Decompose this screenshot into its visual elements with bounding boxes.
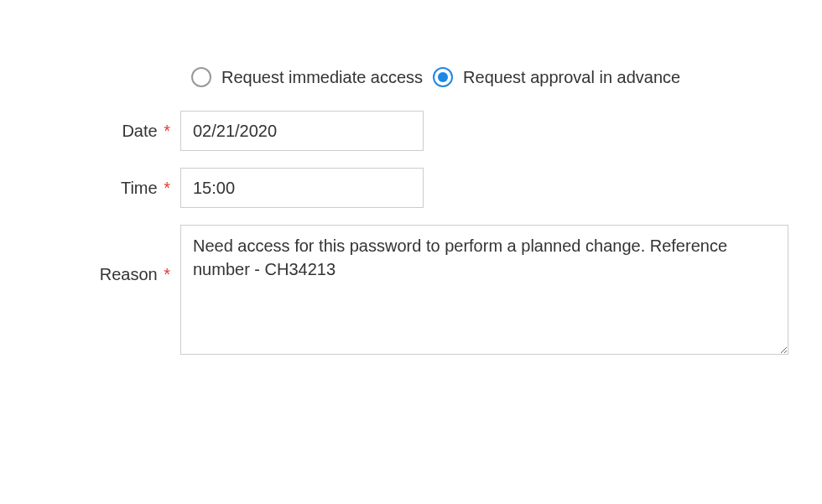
required-mark: * — [164, 265, 170, 283]
date-label-text: Date — [122, 122, 157, 140]
date-label: Date * — [71, 122, 180, 141]
request-type-radio-group: Request immediate access Request approva… — [191, 67, 788, 87]
reason-label-text: Reason — [100, 265, 158, 283]
time-label: Time * — [71, 179, 180, 198]
reason-label: Reason * — [71, 225, 180, 284]
radio-icon-unselected — [191, 67, 211, 87]
radio-advance-label: Request approval in advance — [463, 68, 680, 87]
reason-textarea[interactable] — [180, 225, 788, 355]
access-request-form: Request immediate access Request approva… — [71, 67, 788, 355]
radio-icon-selected — [433, 67, 453, 87]
radio-approval-advance[interactable]: Request approval in advance — [433, 67, 680, 87]
time-input[interactable] — [180, 168, 424, 208]
date-row: Date * — [71, 111, 788, 151]
radio-immediate-access[interactable]: Request immediate access — [191, 67, 423, 87]
required-mark: * — [164, 179, 170, 197]
date-input[interactable] — [180, 111, 424, 151]
time-row: Time * — [71, 168, 788, 208]
reason-row: Reason * — [71, 225, 788, 355]
time-label-text: Time — [121, 179, 158, 197]
required-mark: * — [164, 122, 170, 140]
radio-immediate-label: Request immediate access — [221, 68, 423, 87]
